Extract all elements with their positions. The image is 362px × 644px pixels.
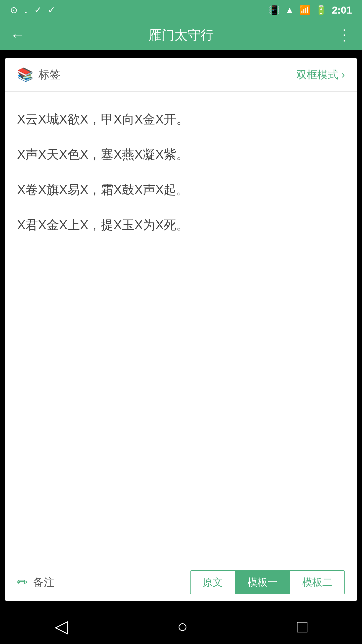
check2-icon: ✓ bbox=[48, 5, 55, 15]
back-button[interactable]: ← bbox=[10, 28, 25, 43]
poem-content: X云X城X欲X，甲X向X金X开。 X声X天X色X，塞X燕X凝X紫。 X卷X旗X易… bbox=[5, 92, 357, 563]
check-icon: ✓ bbox=[34, 5, 42, 15]
back-nav-button[interactable]: ◁ bbox=[55, 616, 68, 637]
status-bar-right: 📳 ▲ 📶 🔋 2:01 bbox=[269, 5, 352, 16]
status-bar-left: ⊙ ↓ ✓ ✓ bbox=[10, 5, 55, 15]
card-header: 📚 标签 双框模式 › bbox=[5, 58, 357, 92]
home-nav-button[interactable]: ○ bbox=[177, 616, 188, 636]
tag-label: 标签 bbox=[38, 67, 61, 82]
view-tabs: 原文 模板一 模板二 bbox=[190, 570, 345, 594]
tab-original[interactable]: 原文 bbox=[191, 571, 235, 594]
poem-line-2: X声X天X色X，塞X燕X凝X紫。 bbox=[17, 137, 345, 172]
tab-template-one[interactable]: 模板一 bbox=[235, 571, 290, 594]
tab-template-two[interactable]: 模板二 bbox=[290, 571, 344, 594]
page-title: 雁门太守行 bbox=[148, 26, 214, 44]
poem-line-3: X卷X旗X易X，霜X鼓X声X起。 bbox=[17, 172, 345, 207]
wifi-icon: ▲ bbox=[285, 5, 294, 15]
battery-icon: 🔋 bbox=[315, 5, 327, 15]
dual-frame-mode-button[interactable]: 双框模式 › bbox=[296, 68, 345, 82]
poem-line-1: X云X城X欲X，甲X向X金X开。 bbox=[17, 102, 345, 137]
more-menu-button[interactable]: ⋮ bbox=[337, 28, 352, 43]
circle-icon: ⊙ bbox=[10, 5, 18, 15]
recents-nav-button[interactable]: □ bbox=[297, 616, 307, 636]
clock: 2:01 bbox=[332, 5, 352, 16]
note-icon: ✏ bbox=[17, 575, 28, 590]
signal-bars-icon: 📶 bbox=[299, 5, 310, 15]
signal-icon: ↓ bbox=[24, 5, 28, 15]
card-footer: ✏ 备注 原文 模板一 模板二 bbox=[5, 563, 357, 601]
poem-line-4: X君X金X上X，提X玉X为X死。 bbox=[17, 207, 345, 243]
toolbar: ← 雁门太守行 ⋮ bbox=[0, 20, 362, 50]
note-section: ✏ 备注 bbox=[17, 575, 54, 590]
vibrate-icon: 📳 bbox=[269, 5, 280, 15]
chevron-right-icon: › bbox=[341, 69, 345, 81]
note-label: 备注 bbox=[33, 575, 54, 589]
content-card: 📚 标签 双框模式 › X云X城X欲X，甲X向X金X开。 X声X天X色X，塞X燕… bbox=[5, 58, 357, 601]
status-bar: ⊙ ↓ ✓ ✓ 📳 ▲ 📶 🔋 2:01 bbox=[0, 0, 362, 20]
books-icon: 📚 bbox=[17, 67, 33, 82]
dual-frame-label: 双框模式 bbox=[296, 68, 338, 82]
nav-bar: ◁ ○ □ bbox=[0, 609, 362, 644]
card-header-left: 📚 标签 bbox=[17, 67, 61, 82]
